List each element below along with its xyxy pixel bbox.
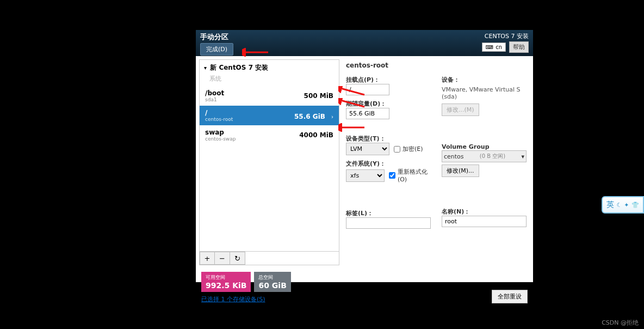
disclosure-triangle-icon: ▾ <box>204 65 207 71</box>
partition-device: centos-swap <box>205 136 236 142</box>
partition-name: / <box>205 109 233 117</box>
devices-value: VMware, VMware Virtual S (sda) <box>442 86 527 100</box>
label-label: 标签(L)： <box>346 209 431 217</box>
mount-input[interactable] <box>346 84 389 95</box>
partition-toolbar: + − ↻ <box>200 251 339 265</box>
devices-label: 设备： <box>442 76 527 84</box>
chevron-down-icon: ▾ <box>521 153 524 160</box>
bottom-bar: 可用空间 992.5 KiB 总空间 60 GiB 已选择 1 个存储设备(S)… <box>196 269 533 307</box>
name-input[interactable] <box>442 216 527 227</box>
ime-floating-bar[interactable]: 英 ☾ ✦ 👕 <box>602 196 644 214</box>
add-partition-button[interactable]: + <box>200 252 215 265</box>
storage-devices-link[interactable]: 已选择 1 个存储设备(S) <box>201 295 291 303</box>
label-input[interactable] <box>346 217 431 229</box>
reload-button[interactable]: ↻ <box>230 252 245 265</box>
partition-size: 4000 MiB <box>299 131 333 139</box>
partition-size: 55.6 GiB <box>294 113 325 120</box>
partition-panel: ▾ 新 CentOS 7 安装 系统 /boot sda1 500 MiB / … <box>199 59 339 265</box>
done-button[interactable]: 完成(D) <box>200 43 233 56</box>
keyboard-layout: cn <box>496 44 502 50</box>
name-label: 名称(N)： <box>442 208 527 216</box>
partition-item-swap[interactable]: swap centos-swap 4000 MiB <box>200 125 339 145</box>
partition-size: 500 MiB <box>304 92 333 100</box>
main-content: ▾ 新 CentOS 7 安装 系统 /boot sda1 500 MiB / … <box>196 56 533 269</box>
partition-item-root[interactable]: / centos-root 55.6 GiB › <box>200 106 339 125</box>
reformat-checkbox[interactable] <box>389 172 395 179</box>
installer-window: 手动分区 完成(D) CENTOS 7 安装 ⌨ cn 帮助 ▾ 新 CentO… <box>196 30 533 282</box>
remove-partition-button[interactable]: − <box>215 252 230 265</box>
install-title: CENTOS 7 安装 <box>485 32 529 40</box>
mount-label: 挂载点(P)： <box>346 76 431 84</box>
vg-label: Volume Group <box>442 143 527 150</box>
watermark: CSDN @拒绝 <box>602 319 639 327</box>
detail-title: centos-root <box>346 62 527 69</box>
encrypt-checkbox[interactable] <box>394 146 400 153</box>
reformat-label: 重新格式化(O) <box>398 168 431 183</box>
fs-label: 文件系统(Y)： <box>346 160 431 168</box>
device-type-select[interactable]: LVM <box>346 143 389 155</box>
vg-modify-button[interactable]: 修改(M)... <box>442 164 479 177</box>
available-space-box: 可用空间 992.5 KiB <box>201 272 251 292</box>
encrypt-label: 加密(E) <box>403 145 423 153</box>
reset-all-button[interactable]: 全部重设 <box>492 290 528 303</box>
chevron-right-icon: › <box>331 114 333 120</box>
device-type-label: 设备类型(T)： <box>346 135 431 143</box>
fs-select[interactable]: xfs <box>346 169 385 182</box>
install-heading[interactable]: ▾ 新 CentOS 7 安装 <box>204 63 335 72</box>
capacity-input[interactable] <box>346 108 389 119</box>
help-button[interactable]: 帮助 <box>509 41 529 53</box>
total-space-box: 总空间 60 GiB <box>254 272 290 292</box>
partition-device: sda1 <box>205 97 224 102</box>
star-icon: ✦ <box>624 202 629 209</box>
partition-item-boot[interactable]: /boot sda1 500 MiB <box>200 86 339 106</box>
page-title: 手动分区 <box>200 32 233 42</box>
partition-name: /boot <box>205 89 224 97</box>
partition-name: swap <box>205 129 236 136</box>
partition-device: centos-root <box>205 117 233 122</box>
shirt-icon: 👕 <box>631 202 639 209</box>
capacity-label: 期望容量(D)： <box>346 100 431 108</box>
vg-select[interactable]: centos (0 B 空闲) ▾ <box>442 150 527 162</box>
partition-list: /boot sda1 500 MiB / centos-root 55.6 Gi… <box>200 86 339 251</box>
keyboard-indicator[interactable]: ⌨ cn <box>482 42 506 52</box>
system-label: 系统 <box>204 75 335 83</box>
keyboard-icon: ⌨ <box>486 44 493 50</box>
moon-icon: ☾ <box>616 202 622 209</box>
detail-panel: centos-root 挂载点(P)： 期望容量(D)： 设备类型(T)： LV <box>339 56 533 269</box>
header-bar: 手动分区 完成(D) CENTOS 7 安装 ⌨ cn 帮助 <box>196 30 533 56</box>
modify-devices-button[interactable]: 修改...(M) <box>442 103 479 116</box>
